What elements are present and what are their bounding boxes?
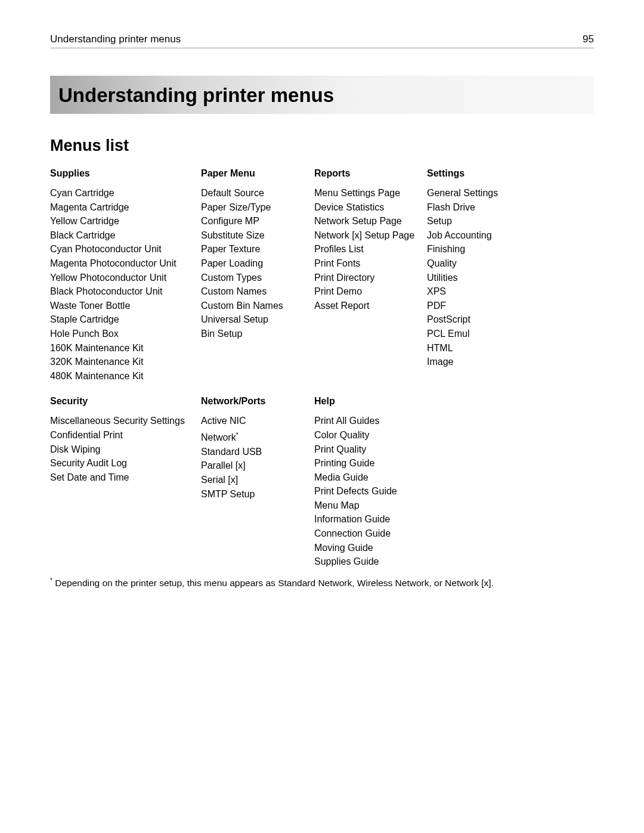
list-item-text: Serial [x]: [201, 475, 238, 485]
list-item-text: SMTP Setup: [201, 489, 255, 499]
menu-list-paper: Default SourcePaper Size/TypeConfigure M…: [201, 186, 314, 341]
superscript-marker: *: [236, 432, 239, 438]
menus-grid: Supplies Cyan CartridgeMagenta Cartridge…: [50, 168, 594, 569]
menu-list-security: Miscellaneous Security SettingsConfident…: [50, 414, 201, 484]
list-item: Hole Punch Box: [50, 327, 201, 341]
list-item: Bin Setup: [201, 327, 314, 341]
list-item: Parallel [x]: [201, 459, 314, 473]
footnote-text: Depending on the printer setup, this men…: [52, 578, 494, 588]
list-item: Black Photoconductor Unit: [50, 284, 201, 299]
list-item: Custom Types: [201, 271, 314, 285]
list-item: Device Statistics: [314, 200, 427, 215]
list-item: Finishing: [427, 242, 594, 256]
list-item: Print Quality: [314, 442, 427, 457]
list-item-text: Active NIC: [201, 416, 246, 426]
list-item: HTML: [427, 341, 594, 355]
list-item: PDF: [427, 299, 594, 313]
list-item: 480K Maintenance Kit: [50, 369, 201, 383]
list-item: Black Cartridge: [50, 228, 201, 243]
list-item: 320K Maintenance Kit: [50, 355, 201, 369]
list-item: Standard USB: [201, 445, 314, 459]
list-item: XPS: [427, 284, 594, 299]
list-item: Menu Settings Page: [314, 186, 427, 200]
list-item: Confidential Print: [50, 428, 201, 442]
list-item: Yellow Photoconductor Unit: [50, 271, 201, 285]
list-item: Connection Guide: [314, 527, 427, 541]
list-item: SMTP Setup: [201, 487, 314, 501]
list-item: Custom Names: [201, 284, 314, 299]
list-item: Network Setup Page: [314, 214, 427, 228]
list-item: Yellow Cartridge: [50, 214, 201, 228]
list-item: Print Defects Guide: [314, 484, 427, 498]
list-item: Miscellaneous Security Settings: [50, 414, 201, 428]
list-item: Print Directory: [314, 271, 427, 285]
list-item: PCL Emul: [427, 327, 594, 341]
menu-col-supplies: Supplies Cyan CartridgeMagenta Cartridge…: [50, 168, 201, 383]
list-item: Custom Bin Names: [201, 299, 314, 313]
menu-col-settings: Settings General SettingsFlash DriveSetu…: [427, 168, 594, 383]
list-item-text: Network: [201, 432, 236, 442]
list-item: Universal Setup: [201, 312, 314, 327]
list-item-text: Parallel [x]: [201, 460, 246, 470]
list-item: Asset Report: [314, 299, 427, 313]
menu-head-reports: Reports: [314, 168, 427, 179]
list-item: Magenta Cartridge: [50, 200, 201, 215]
list-item: Flash Drive: [427, 200, 594, 215]
list-item: Default Source: [201, 186, 314, 200]
menu-head-security: Security: [50, 396, 201, 407]
list-item: PostScript: [427, 312, 594, 327]
list-item: Network [x] Setup Page: [314, 228, 427, 243]
list-item: Profiles List: [314, 242, 427, 256]
list-item: Color Quality: [314, 428, 427, 442]
page-header: Understanding printer menus 95: [50, 33, 594, 48]
list-item: Print All Guides: [314, 414, 427, 428]
list-item: Moving Guide: [314, 541, 427, 555]
menu-list-help: Print All GuidesColor QualityPrint Quali…: [314, 414, 427, 569]
list-item: Staple Cartridge: [50, 312, 201, 327]
menu-list-supplies: Cyan CartridgeMagenta CartridgeYellow Ca…: [50, 186, 201, 383]
page-number: 95: [583, 33, 594, 45]
list-item: Paper Texture: [201, 242, 314, 256]
list-item: Cyan Cartridge: [50, 186, 201, 200]
list-item: Set Date and Time: [50, 470, 201, 485]
list-item: Configure MP: [201, 214, 314, 228]
list-item: Disk Wiping: [50, 442, 201, 457]
list-item: Print Fonts: [314, 256, 427, 271]
menu-head-network-ports: Network/Ports: [201, 396, 314, 407]
list-item: Print Demo: [314, 284, 427, 299]
list-item: Waste Toner Bottle: [50, 299, 201, 313]
menu-col-network-ports: Network/Ports Active NICNetwork*Standard…: [201, 396, 314, 569]
list-item: Information Guide: [314, 512, 427, 527]
list-item: Magenta Photoconductor Unit: [50, 256, 201, 271]
list-item: Menu Map: [314, 498, 427, 513]
menu-list-network-ports: Active NICNetwork*Standard USBParallel […: [201, 414, 314, 501]
list-item: Paper Size/Type: [201, 200, 314, 215]
list-item: Utilities: [427, 271, 594, 285]
list-item: Security Audit Log: [50, 456, 201, 470]
menu-col-security: Security Miscellaneous Security Settings…: [50, 396, 201, 569]
list-item: Serial [x]: [201, 473, 314, 487]
menu-list-settings: General SettingsFlash DriveSetupJob Acco…: [427, 186, 594, 369]
list-item: Job Accounting: [427, 228, 594, 243]
list-item-text: Standard USB: [201, 447, 262, 457]
menu-list-reports: Menu Settings PageDevice StatisticsNetwo…: [314, 186, 427, 312]
section-title: Menus list: [50, 137, 594, 155]
list-item: Setup: [427, 214, 594, 228]
menu-col-empty: [427, 396, 594, 569]
list-item: Media Guide: [314, 470, 427, 485]
list-item: Substitute Size: [201, 228, 314, 243]
menu-head-paper: Paper Menu: [201, 168, 314, 179]
menu-col-paper: Paper Menu Default SourcePaper Size/Type…: [201, 168, 314, 383]
list-item: Cyan Photoconductor Unit: [50, 242, 201, 256]
list-item: Image: [427, 355, 594, 369]
footnote: * Depending on the printer setup, this m…: [50, 577, 594, 589]
menu-head-settings: Settings: [427, 168, 594, 179]
menu-head-supplies: Supplies: [50, 168, 201, 179]
list-item: Active NIC: [201, 414, 314, 428]
list-item: Supplies Guide: [314, 555, 427, 569]
menu-col-reports: Reports Menu Settings PageDevice Statist…: [314, 168, 427, 383]
menu-col-help: Help Print All GuidesColor QualityPrint …: [314, 396, 427, 569]
list-item: Printing Guide: [314, 456, 427, 470]
chapter-title-banner: Understanding printer menus: [50, 76, 594, 114]
list-item: Paper Loading: [201, 256, 314, 271]
